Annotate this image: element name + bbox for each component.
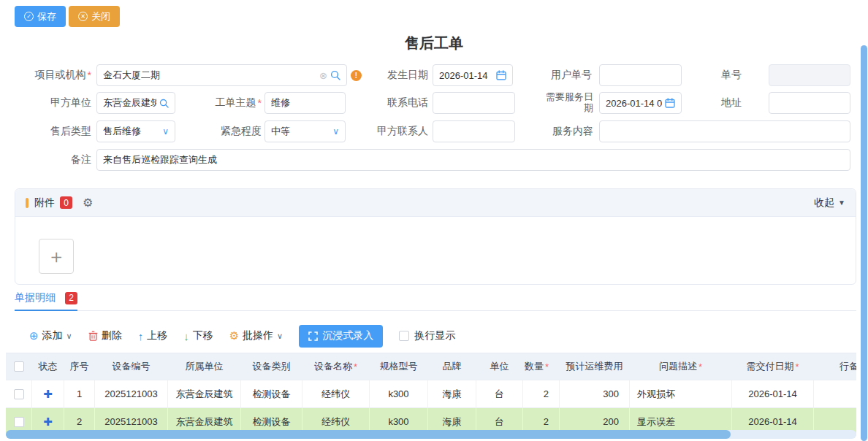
gear-icon[interactable]: ⚙ <box>83 196 93 210</box>
cell-name[interactable]: 经纬仪 <box>302 380 370 407</box>
clear-icon[interactable]: ⊗ <box>319 70 327 81</box>
address-label: 地址 <box>683 92 742 114</box>
cell-unit[interactable]: 台 <box>476 380 523 407</box>
aftersales-type-select[interactable]: 售后维修 ∨ <box>96 120 175 142</box>
attachments-count-badge: 0 <box>60 196 72 209</box>
project-value: 金石大厦二期 <box>103 69 316 82</box>
subject-input[interactable]: 维修 <box>264 92 346 114</box>
subject-label: 工单主题* <box>197 92 262 114</box>
close-circle-icon: ✕ <box>78 12 88 21</box>
wrap-display-toggle[interactable]: 换行显示 <box>399 329 455 342</box>
service-content-input[interactable] <box>599 120 850 142</box>
move-down-button[interactable]: ↓ 下移 <box>183 329 213 342</box>
row-status-cell: ✚ <box>32 380 64 407</box>
header-category: 设备类别 <box>241 353 302 380</box>
header-unit: 单位 <box>476 353 523 380</box>
aftersales-type-value: 售后维修 <box>103 125 162 138</box>
horizontal-scrollbar-thumb[interactable] <box>6 430 731 439</box>
cell-due[interactable]: 2026-01-14 <box>732 380 814 407</box>
tab-detail-label: 单据明细 <box>15 291 56 304</box>
occur-date-label: 发生日期 <box>365 64 428 86</box>
header-due: 需交付日期* <box>732 353 814 380</box>
party-a-contact-input[interactable] <box>433 120 515 142</box>
row-select-cell <box>6 380 32 407</box>
move-up-button[interactable]: ↑ 上移 <box>138 329 168 342</box>
batch-ops-button[interactable]: ⚙ 批操作 ∨ <box>229 329 283 342</box>
project-input[interactable]: 金石大厦二期 ⊗ <box>96 64 347 86</box>
cell-code[interactable]: 2025121003 <box>95 380 168 407</box>
close-button-label: 关闭 <box>91 10 110 23</box>
arrow-down-icon: ↓ <box>183 330 189 342</box>
trash-icon <box>88 331 98 341</box>
header-problem: 问题描述* <box>630 353 732 380</box>
remark-value: 来自售后巡检跟踪查询生成 <box>103 153 844 166</box>
move-down-label: 下移 <box>193 329 213 342</box>
add-row-button[interactable]: ⊕ 添加 ∨ <box>29 329 72 342</box>
cell-category[interactable]: 检测设备 <box>241 380 302 407</box>
party-a-unit-label: 甲方单位 <box>15 92 91 114</box>
header-status: 状态 <box>32 353 64 380</box>
user-order-no-label: 用户单号 <box>526 64 592 86</box>
cell-row-note[interactable] <box>814 380 856 407</box>
aftersales-workorder-page: ✓ 保存 ✕ 关闭 售后工单 项目或机构* 金石大厦二期 ⊗ ! 发生日期 20… <box>0 0 868 441</box>
info-icon[interactable]: ! <box>351 70 362 81</box>
upload-add-button[interactable]: ＋ <box>39 239 74 274</box>
select-all-cell <box>6 353 32 380</box>
service-content-label: 服务内容 <box>538 120 593 142</box>
urgency-select[interactable]: 中等 ∨ <box>264 120 346 142</box>
cell-problem[interactable]: 外观损坏 <box>630 380 732 407</box>
collapse-toggle[interactable]: 收起 ▼ <box>814 196 845 210</box>
cell-brand[interactable]: 海康 <box>428 380 476 407</box>
header-cost: 预计运维费用 <box>560 353 630 380</box>
add-row-icon[interactable]: ✚ <box>43 415 53 429</box>
vertical-scrollbar-thumb[interactable] <box>861 45 867 441</box>
detail-tabs: 单据明细 2 <box>15 291 856 311</box>
detail-toolbar: ⊕ 添加 ∨ 删除 ↑ 上移 ↓ 下移 ⚙ 批操作 ∨ 沉浸式录入 <box>29 324 455 348</box>
contact-phone-input[interactable] <box>433 92 515 114</box>
close-button[interactable]: ✕ 关闭 <box>69 6 120 27</box>
wrap-display-checkbox[interactable] <box>399 331 409 341</box>
calendar-icon[interactable] <box>665 98 675 108</box>
aftersales-type-label: 售后类型 <box>15 120 91 142</box>
save-button[interactable]: ✓ 保存 <box>15 6 66 27</box>
table-header-row: 状态 序号 设备编号 所属单位 设备类别 设备名称* 规格型号 品牌 单位 数量… <box>6 353 856 380</box>
party-a-contact-label: 甲方联系人 <box>365 120 428 142</box>
table-row[interactable]: ✚ 1 2025121003 东营金辰建筑 检测设备 经纬仪 k300 海康 台… <box>6 380 856 408</box>
search-icon[interactable] <box>330 70 340 80</box>
delete-label: 删除 <box>102 329 122 342</box>
user-order-no-input[interactable] <box>599 64 682 86</box>
contact-phone-label: 联系电话 <box>365 92 428 114</box>
header-seq: 序号 <box>64 353 95 380</box>
add-row-icon[interactable]: ✚ <box>43 388 53 401</box>
attachments-header: 附件 0 ⚙ 收起 ▼ <box>15 189 856 217</box>
chevron-down-icon: ∨ <box>66 331 72 341</box>
service-date-input[interactable]: 2026-01-14 00:00:00 <box>599 92 682 114</box>
cell-unit-name[interactable]: 东营金辰建筑 <box>168 380 241 407</box>
horizontal-scrollbar-track[interactable] <box>6 430 856 439</box>
service-date-label: 需要服务日期 <box>538 88 593 118</box>
section-marker <box>26 198 28 208</box>
header-unit-name: 所属单位 <box>168 353 241 380</box>
calendar-icon[interactable] <box>496 70 506 80</box>
header-model: 规格型号 <box>370 353 428 380</box>
search-icon[interactable] <box>159 99 169 108</box>
party-a-unit-input[interactable]: 东营金辰建筑 <box>96 92 175 114</box>
address-input[interactable] <box>769 92 850 114</box>
remark-input[interactable]: 来自售后巡检跟踪查询生成 <box>96 149 850 171</box>
cell-model[interactable]: k300 <box>370 380 428 407</box>
urgency-label: 紧急程度 <box>197 120 262 142</box>
cell-seq: 1 <box>64 380 95 407</box>
immersive-entry-button[interactable]: 沉浸式录入 <box>299 325 383 348</box>
check-circle-icon: ✓ <box>24 12 34 21</box>
cell-qty[interactable]: 2 <box>523 380 560 407</box>
occur-date-input[interactable]: 2026-01-14 <box>433 64 513 86</box>
tab-detail[interactable]: 单据明细 2 <box>15 291 77 311</box>
batch-ops-label: 批操作 <box>243 329 273 342</box>
delete-row-button[interactable]: 删除 <box>88 329 122 342</box>
cell-cost[interactable]: 300 <box>560 380 630 407</box>
select-all-checkbox[interactable] <box>14 361 24 372</box>
upload-plus-icon: ＋ <box>47 244 66 269</box>
attachments-title: 附件 <box>34 196 55 210</box>
row-checkbox[interactable] <box>14 417 24 427</box>
row-checkbox[interactable] <box>14 389 24 399</box>
